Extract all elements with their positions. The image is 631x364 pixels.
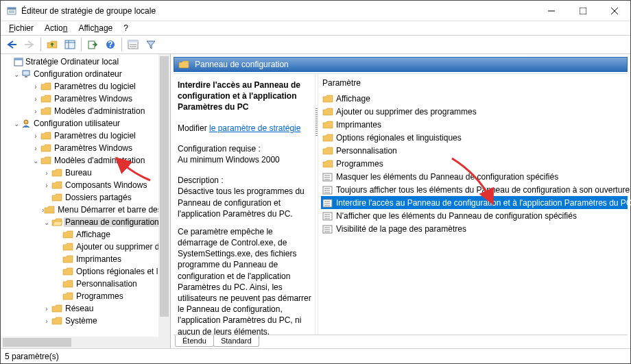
list-item-folder[interactable]: Ajouter ou supprimer des programmes [321,105,628,118]
setting-detail: Interdire l'accès au Panneau de configur… [174,74,315,335]
collapse-icon[interactable]: ⌄ [42,219,51,226]
scroll-corner [158,337,170,348]
up-button[interactable] [44,37,60,52]
list-item-folder[interactable]: Imprimantes [321,118,628,131]
tree-item[interactable]: Réseau [64,304,95,313]
list-item-label: Programmes [336,159,383,169]
folder-icon [51,168,62,178]
show-hide-tree-button[interactable] [62,37,78,52]
filter-button[interactable] [143,37,159,52]
tree-root[interactable]: Stratégie Ordinateur local [24,57,120,66]
tab-standard[interactable]: Standard [213,336,259,347]
tree-item[interactable]: Imprimantes [75,254,123,264]
tree-computer[interactable]: Configuration ordinateur [32,69,123,79]
collapse-icon[interactable]: ⌄ [31,157,40,165]
expand-icon[interactable]: › [31,83,40,90]
list-column-header[interactable]: Paramètre [321,77,628,92]
view-tabs: Étendu Standard [174,335,628,348]
toolbar-separator [40,38,41,51]
expand-icon[interactable]: › [31,95,40,103]
menu-view[interactable]: Affichage [73,22,118,34]
expand-icon[interactable]: › [42,305,51,313]
menu-file[interactable]: Fichier [3,22,39,34]
folder-icon [40,131,51,141]
svg-rect-5 [580,8,586,14]
edit-policy-link[interactable]: le paramètre de stratégie [209,123,300,133]
tree-item[interactable]: Paramètres du logiciel [53,82,137,91]
expand-icon[interactable]: › [31,108,40,115]
maximize-button[interactable] [567,1,599,21]
list-item-folder[interactable]: Affichage [321,92,628,105]
folder-icon [51,193,62,202]
horizontal-scrollbar[interactable] [1,337,158,348]
folder-icon [322,119,333,130]
tree-item[interactable]: Paramètres Windows [53,94,134,104]
tab-extended[interactable]: Étendu [175,335,214,347]
properties-button[interactable] [125,37,141,52]
list-item-folder[interactable]: Personnalisation [321,144,628,157]
export-button[interactable] [84,37,101,52]
menubar: Fichier Action Affichage ? [1,21,630,35]
tree-content[interactable]: Stratégie Ordinateur local ⌄Configuratio… [1,54,170,348]
folder-icon [62,291,73,301]
list-item-setting[interactable]: Visibilité de la page des paramètres [321,222,628,235]
tree-user[interactable]: Configuration utilisateur [32,119,121,128]
folder-icon [62,254,73,264]
tree-item-selected[interactable]: Panneau de configuration [64,217,160,227]
list-item-setting[interactable]: N'afficher que les éléments du Panneau d… [321,209,628,222]
tree-item[interactable]: Système [64,316,99,326]
list-item-folder[interactable]: Options régionales et linguistiques [321,131,628,144]
scroll-thumb[interactable] [3,338,71,347]
expand-icon[interactable]: › [31,145,40,152]
folder-icon [322,132,333,143]
pane-header-title: Panneau de configuration [195,60,289,69]
tree-item[interactable]: Options régionales et linguistiques [75,267,170,276]
titlebar[interactable]: Éditeur de stratégie de groupe locale [1,1,630,21]
list-item-folder[interactable]: Programmes [321,157,628,170]
tree-item[interactable]: Modèles d'administration [53,106,146,116]
tree-item[interactable]: Programmes [75,291,125,301]
expand-icon[interactable]: › [42,317,51,325]
tree-item[interactable]: Personnalisation [75,279,139,289]
settings-list[interactable]: Paramètre AffichageAjouter ou supprimer … [318,74,628,335]
tree-item[interactable]: Affichage [75,230,112,239]
status-text: 5 paramètre(s) [5,352,59,361]
svg-rect-1 [8,8,16,10]
vertical-scrollbar[interactable] [158,54,170,337]
tree-item[interactable]: Dossiers partagés [64,193,133,202]
toolbar: ? [1,35,630,54]
list-item-label: N'afficher que les éléments du Panneau d… [336,211,577,221]
requirements-label: Configuration requise : [178,143,312,154]
menu-help[interactable]: ? [118,22,134,34]
toolbar-separator [121,38,122,51]
description-p2: Ce paramètre empêche le démarrage de Con… [178,226,312,335]
tree-item[interactable]: Bureau [64,168,93,178]
help-button[interactable]: ? [102,37,119,52]
back-button[interactable] [3,37,20,52]
window-title: Éditeur de stratégie de groupe locale [17,6,536,16]
setting-icon [322,210,333,221]
menu-action[interactable]: Action [39,22,73,34]
tree-item[interactable]: Ajouter ou supprimer des programmes [75,242,170,252]
description-p1: Désactive tous les programmes du Panneau… [178,186,312,219]
expand-icon[interactable]: › [31,132,40,140]
tree-item[interactable]: Paramètres du logiciel [53,131,137,141]
folder-icon [322,93,333,104]
list-item-setting[interactable]: Toujours afficher tous les éléments du P… [321,183,628,196]
scroll-thumb[interactable] [160,56,169,317]
folder-icon [51,180,62,190]
collapse-icon[interactable]: ⌄ [12,120,21,128]
close-button[interactable] [599,1,630,21]
collapse-icon[interactable]: ⌄ [12,71,21,78]
list-item-setting[interactable]: Interdire l'accès au Panneau de configur… [321,196,628,209]
tree-item[interactable]: Paramètres Windows [53,143,134,153]
expand-icon[interactable]: › [42,182,51,189]
expand-icon[interactable]: › [42,169,51,177]
minimize-button[interactable] [536,1,567,21]
tree-item[interactable]: Menu Démarrer et barre des tâches [56,205,170,215]
policy-icon [13,56,24,67]
list-item-setting[interactable]: Masquer les éléments du Panneau de confi… [321,170,628,183]
forward-button[interactable] [21,37,38,52]
tree-item[interactable]: Composants Windows [64,180,148,190]
tree-item[interactable]: Modèles d'administration [53,156,146,165]
